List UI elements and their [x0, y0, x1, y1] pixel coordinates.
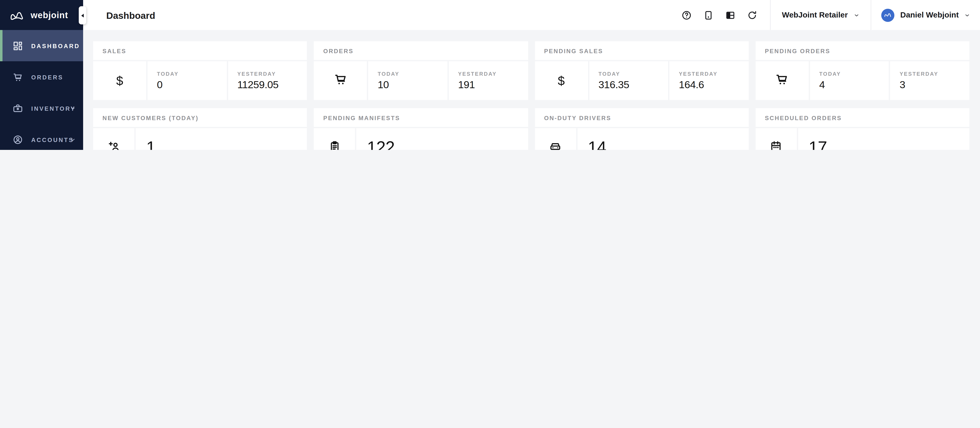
- stat-card-icon-cell: [93, 128, 135, 150]
- today-label: TODAY: [819, 71, 889, 77]
- stat-card-body: 1: [93, 128, 307, 150]
- yesterday-value: 164.6: [679, 79, 749, 91]
- stat-value: 14: [588, 138, 749, 150]
- cart-icon: [13, 72, 23, 82]
- collapse-left-icon: [81, 13, 84, 17]
- stat-card-pending-orders: PENDING ORDERS TODAY 4 YESTERDAY 3: [756, 41, 969, 100]
- stat-card-header: NEW CUSTOMERS (TODAY): [93, 108, 307, 127]
- yesterday-value: 11259.05: [237, 79, 307, 91]
- sidebar-item-accounts[interactable]: ACCOUNTS: [0, 124, 83, 150]
- stat-card-header: PENDING SALES: [535, 41, 749, 60]
- stat-card-orders: ORDERS TODAY 10 YESTERDAY 191: [314, 41, 528, 100]
- sidebar-nav: DASHBOARDORDERSINVENTORYACCOUNTSCONNECTI…: [0, 30, 83, 150]
- stat-card-header: SALES: [93, 41, 307, 60]
- stat-card-header: ORDERS: [314, 41, 528, 60]
- dollar-icon: $: [558, 73, 565, 88]
- stat-card-title: SCHEDULED ORDERS: [765, 114, 842, 121]
- stat-card-new-customers-today: NEW CUSTOMERS (TODAY) 1: [93, 108, 307, 150]
- stat-card-title: SALES: [103, 47, 126, 54]
- stats-row-2: NEW CUSTOMERS (TODAY) 1 PENDING MANIFEST…: [93, 108, 969, 150]
- stat-today-cell: TODAY 316.35: [589, 61, 668, 100]
- calendar-icon: [770, 140, 783, 150]
- today-value: 10: [377, 79, 447, 91]
- stat-yesterday-cell: YESTERDAY 191: [449, 61, 528, 100]
- stats-row-1: SALES $ TODAY 0 YESTERDAY 11259.05 ORDER…: [93, 41, 969, 100]
- chevron-down-icon: [70, 105, 76, 111]
- stat-card-icon-cell: [756, 128, 797, 150]
- app-root: webjoint DASHBOARDORDERSINVENTORYACCOUNT…: [0, 0, 980, 150]
- sidebar-item-dashboard[interactable]: DASHBOARD: [0, 30, 83, 61]
- stat-card-icon-cell: [314, 61, 367, 100]
- sidebar: webjoint DASHBOARDORDERSINVENTORYACCOUNT…: [0, 0, 83, 150]
- chevron-down-icon: [70, 137, 76, 142]
- topbar-icons: [681, 0, 770, 30]
- stat-card-pending-sales: PENDING SALES $ TODAY 316.35 YESTERDAY 1…: [535, 41, 749, 100]
- stat-value: 17: [808, 138, 969, 150]
- stat-card-on-duty-drivers: ON-DUTY DRIVERS 14: [535, 108, 749, 150]
- stat-card-icon-cell: [314, 128, 355, 150]
- stat-card-body: 17: [756, 128, 969, 150]
- today-label: TODAY: [157, 71, 227, 77]
- stat-value-cell: 122: [356, 128, 528, 150]
- stat-today-cell: TODAY 0: [148, 61, 227, 100]
- chevron-down-icon: [854, 12, 860, 18]
- stat-card-body: 122: [314, 128, 528, 150]
- stat-card-header: PENDING MANIFESTS: [314, 108, 528, 127]
- stat-card-sales: SALES $ TODAY 0 YESTERDAY 11259.05: [93, 41, 307, 100]
- stat-card-header: ON-DUTY DRIVERS: [535, 108, 749, 127]
- sidebar-item-label: INVENTORY: [31, 105, 76, 111]
- cart-icon: [775, 72, 789, 89]
- yesterday-value: 3: [899, 79, 969, 91]
- facility-selector[interactable]: WebJoint Retailer: [770, 0, 872, 30]
- stat-card-icon-cell: $: [535, 61, 588, 100]
- brand-name: webjoint: [30, 10, 68, 20]
- brand: webjoint: [0, 0, 83, 30]
- stat-card-icon-cell: [535, 128, 576, 150]
- today-value: 4: [819, 79, 889, 91]
- sidebar-collapse-button[interactable]: [79, 6, 86, 24]
- person-circle-icon: [13, 134, 23, 145]
- sidebar-item-label: ORDERS: [31, 73, 64, 80]
- stat-card-body: TODAY 10 YESTERDAY 191: [314, 61, 528, 100]
- stat-value-cell: 17: [798, 128, 969, 150]
- facility-name: WebJoint Retailer: [782, 11, 848, 19]
- stat-card-title: PENDING ORDERS: [765, 47, 830, 54]
- yesterday-label: YESTERDAY: [458, 71, 528, 77]
- yesterday-label: YESTERDAY: [237, 71, 307, 77]
- stat-card-body: 14: [535, 128, 749, 150]
- stat-card-header: PENDING ORDERS: [756, 41, 969, 60]
- stat-today-cell: TODAY 10: [368, 61, 447, 100]
- clipboard-icon: [328, 140, 341, 150]
- dollar-icon: $: [116, 73, 123, 88]
- dashboard-grid-icon: [13, 40, 23, 51]
- webjoint-logo-icon: [10, 9, 25, 21]
- stat-card-body: $ TODAY 316.35 YESTERDAY 164.6: [535, 61, 749, 100]
- user-menu[interactable]: Daniel Webjoint: [872, 0, 980, 30]
- person-add-icon: [107, 140, 120, 150]
- cart-icon: [334, 72, 347, 89]
- briefcase-icon: [13, 103, 23, 114]
- topbar: Dashboard WebJoint Retailer Daniel Webjo…: [83, 0, 980, 30]
- today-value: 316.35: [598, 79, 668, 91]
- stat-card-title: ON-DUTY DRIVERS: [544, 114, 611, 121]
- today-label: TODAY: [377, 71, 447, 77]
- device-icon[interactable]: [703, 10, 714, 20]
- yesterday-label: YESTERDAY: [679, 71, 749, 77]
- yesterday-value: 191: [458, 79, 528, 91]
- stat-yesterday-cell: YESTERDAY 164.6: [669, 61, 749, 100]
- stat-value-cell: 1: [135, 128, 307, 150]
- user-name: Daniel Webjoint: [900, 11, 959, 19]
- help-icon[interactable]: [681, 10, 692, 20]
- stat-value: 1: [146, 138, 307, 150]
- layout-icon[interactable]: [725, 10, 736, 20]
- stat-card-pending-manifests: PENDING MANIFESTS 122: [314, 108, 528, 150]
- stat-today-cell: TODAY 4: [810, 61, 889, 100]
- sidebar-item-inventory[interactable]: INVENTORY: [0, 92, 83, 124]
- stat-card-icon-cell: $: [93, 61, 146, 100]
- topbar-spacer: [155, 0, 681, 30]
- sidebar-item-orders[interactable]: ORDERS: [0, 61, 83, 92]
- stat-card-scheduled-orders: SCHEDULED ORDERS 17: [756, 108, 969, 150]
- stat-card-body: TODAY 4 YESTERDAY 3: [756, 61, 969, 100]
- stat-value: 122: [367, 138, 528, 150]
- refresh-icon[interactable]: [747, 10, 758, 20]
